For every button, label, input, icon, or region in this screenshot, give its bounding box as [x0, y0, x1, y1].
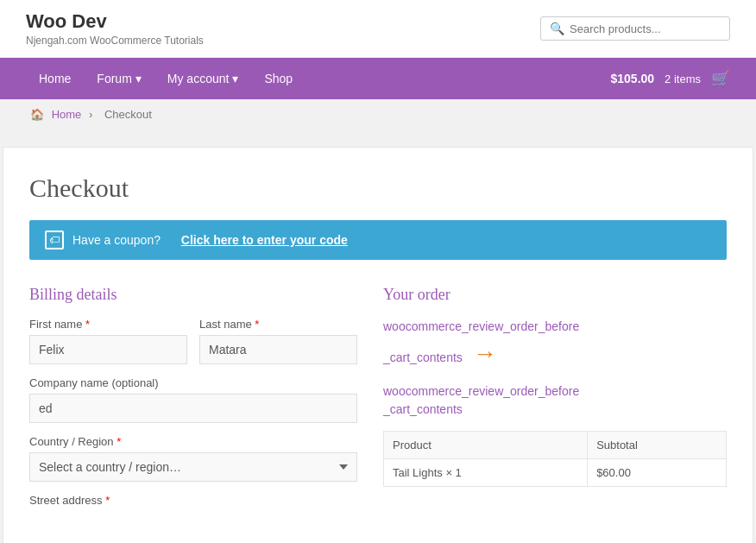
chevron-down-icon: ▾ [232, 72, 238, 85]
subtotal-cell: $60.00 [588, 459, 727, 487]
coupon-text: Have a coupon? [72, 233, 161, 247]
nav-right: $105.00 2 items 🛒 [610, 69, 730, 88]
nav-left: Home Forum ▾ My account ▾ Shop [26, 58, 306, 99]
main-content: Checkout 🏷 Have a coupon? Click here to … [3, 147, 753, 543]
breadcrumb-home[interactable]: Home [52, 108, 82, 121]
search-input[interactable] [570, 22, 721, 35]
required-indicator: * [255, 318, 259, 331]
breadcrumb-separator: › [89, 108, 96, 121]
company-row: Company name (optional) [29, 376, 357, 423]
site-tagline: Njengah.com WooCommerce Tutorials [26, 35, 204, 47]
nav-item-shop[interactable]: Shop [251, 58, 306, 99]
last-name-group: Last name * [199, 318, 357, 364]
company-label: Company name (optional) [29, 376, 357, 389]
site-title: Woo Dev [26, 10, 204, 33]
cart-price: $105.00 [610, 72, 654, 85]
first-name-label: First name * [29, 318, 187, 331]
chevron-down-icon: ▾ [135, 72, 142, 85]
arrow-icon: → [473, 336, 497, 372]
coupon-banner: 🏷 Have a coupon? Click here to enter you… [29, 220, 727, 260]
search-bar[interactable]: 🔍 [540, 16, 730, 41]
home-icon: 🏠 [30, 108, 44, 121]
nav-item-myaccount[interactable]: My account ▾ [154, 58, 252, 99]
search-icon: 🔍 [550, 22, 564, 35]
company-input[interactable] [29, 394, 357, 423]
order-section-title: Your order [383, 286, 727, 304]
order-table: Product Subtotal Tail Lights × 1 $60.00 [383, 431, 727, 487]
hook2-text: woocommerce_review_order_before _cart_co… [383, 382, 727, 419]
required-indicator: * [105, 494, 110, 507]
required-indicator: * [85, 318, 90, 331]
table-row: Tail Lights × 1 $60.00 [384, 459, 727, 487]
cart-items-count: 2 items [665, 73, 701, 85]
last-name-input[interactable] [199, 335, 357, 364]
main-nav: Home Forum ▾ My account ▾ Shop $105.00 2… [0, 58, 756, 99]
country-row: Country / Region * Select a country / re… [29, 435, 357, 482]
nav-item-home[interactable]: Home [26, 58, 84, 99]
first-name-input[interactable] [29, 335, 187, 364]
coupon-link[interactable]: Click here to enter your code [181, 233, 348, 247]
last-name-label: Last name * [199, 318, 357, 331]
billing-column: Billing details First name * Last name * [29, 286, 357, 519]
country-label: Country / Region * [29, 435, 357, 448]
street-row: Street address * [29, 494, 357, 507]
breadcrumb: 🏠 Home › Checkout [0, 99, 756, 129]
country-select[interactable]: Select a country / region… United States… [29, 452, 357, 482]
nav-item-forum[interactable]: Forum ▾ [84, 58, 154, 99]
name-row: First name * Last name * [29, 318, 357, 364]
breadcrumb-current: Checkout [104, 108, 152, 121]
required-indicator: * [117, 435, 121, 448]
first-name-group: First name * [29, 318, 187, 364]
site-branding: Woo Dev Njengah.com WooCommerce Tutorial… [26, 10, 204, 47]
product-name-cell: Tail Lights × 1 [384, 459, 588, 487]
subtotal-col-header: Subtotal [588, 432, 727, 459]
site-header: Woo Dev Njengah.com WooCommerce Tutorial… [0, 0, 756, 58]
hook1-text: woocommerce_review_order_before _cart_co… [383, 318, 727, 372]
coupon-icon: 🏷 [45, 230, 64, 249]
billing-section-title: Billing details [29, 286, 357, 304]
checkout-columns: Billing details First name * Last name * [29, 286, 727, 519]
product-col-header: Product [384, 432, 588, 459]
street-label: Street address * [29, 494, 357, 507]
cart-icon[interactable]: 🛒 [711, 69, 730, 88]
checkout-title: Checkout [29, 174, 727, 203]
order-column: Your order woocommerce_review_order_befo… [383, 286, 727, 519]
